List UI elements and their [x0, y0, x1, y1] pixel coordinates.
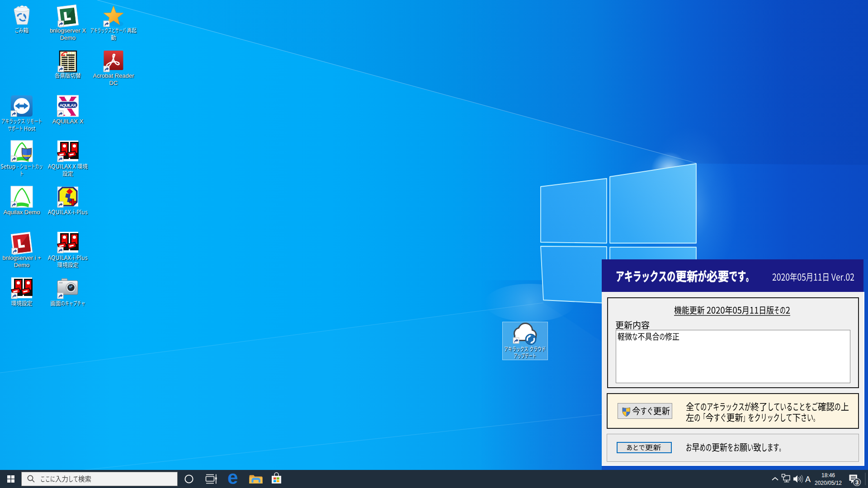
svg-text:AQUILAX: AQUILAX: [60, 103, 77, 108]
